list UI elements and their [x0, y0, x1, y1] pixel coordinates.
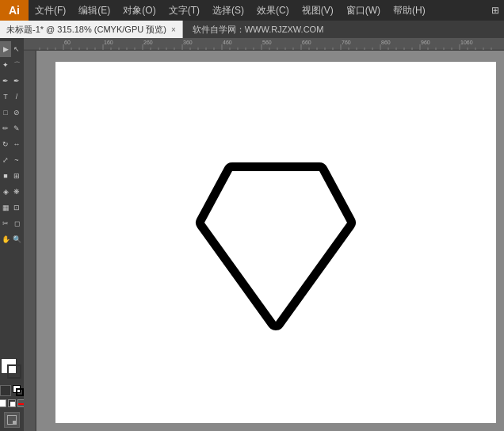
menu-item-o[interactable]: 对象(O) [116, 0, 162, 21]
tool-button-1[interactable]: ↖ [11, 41, 22, 57]
menu-item-w[interactable]: 窗口(W) [340, 0, 387, 21]
tool-row-8: ■⊞ [0, 168, 24, 184]
svg-text:560: 560 [262, 40, 272, 45]
tool-button-23[interactable]: ◻ [11, 216, 22, 231]
tool-button-8[interactable]: □ [0, 105, 11, 120]
tool-button-5[interactable]: ✒ [11, 73, 22, 89]
tool-row-1: ✦⌒ [0, 57, 24, 73]
app-logo: Ai [0, 0, 29, 21]
red-mode-icon[interactable] [17, 399, 24, 407]
ruler-left [24, 51, 36, 431]
svg-text:660: 660 [302, 40, 311, 45]
ruler-top: /* ticks via JS */ 601602603604605606607… [24, 38, 504, 51]
artboard-nav-icon[interactable] [4, 412, 20, 428]
tool-row-12: ✋🔍 [0, 231, 24, 247]
tool-button-14[interactable]: ⤢ [0, 152, 11, 168]
tool-button-20[interactable]: ▦ [0, 200, 11, 216]
top-menu-bar: Ai 文件(F)编辑(E)对象(O)文字(T)选择(S)效果(C)视图(V)窗口… [0, 0, 504, 21]
svg-text:460: 460 [223, 40, 232, 45]
tool-row-4: □⊘ [0, 105, 24, 120]
tool-button-10[interactable]: ✏ [0, 120, 11, 136]
menu-item-t[interactable]: 文字(T) [162, 0, 206, 21]
tool-button-13[interactable]: ↔ [11, 136, 22, 152]
tool-button-7[interactable]: / [11, 89, 22, 105]
ruler-top-svg: /* ticks via JS */ 601602603604605606607… [24, 38, 504, 51]
tool-button-11[interactable]: ✎ [11, 120, 22, 136]
svg-rect-71 [24, 51, 36, 431]
workspace-icon[interactable]: ⊞ [487, 5, 504, 16]
normal-mode-icon[interactable] [0, 399, 6, 407]
diamond-shape [189, 147, 363, 338]
svg-text:260: 260 [143, 40, 153, 45]
swap-icon[interactable] [0, 385, 11, 396]
tool-row-10: ▦⊡ [0, 200, 24, 216]
tool-row-0: ▶↖ [0, 41, 24, 57]
diamond-shape-container [55, 62, 496, 423]
menu-item-f[interactable]: 文件(F) [29, 0, 72, 21]
toolbar: ▶↖✦⌒✒✒T/□⊘✏✎↻↔⤢~■⊞◈❋▦⊡✂◻✋🔍 [0, 38, 24, 431]
menu-bar: 文件(F)编辑(E)对象(O)文字(T)选择(S)效果(C)视图(V)窗口(W)… [29, 0, 504, 21]
tab-bar: 未标题-1* @ 315.18% (CMYK/GPU 预览) × 软件自学网：W… [0, 21, 504, 38]
tool-button-21[interactable]: ⊡ [11, 200, 22, 216]
active-tab[interactable]: 未标题-1* @ 315.18% (CMYK/GPU 预览) × [0, 21, 183, 38]
tool-row-6: ↻↔ [0, 136, 24, 152]
svg-text:860: 860 [381, 40, 391, 45]
canvas-area[interactable]: /* ticks via JS */ 601602603604605606607… [24, 38, 504, 431]
svg-text:960: 960 [421, 40, 430, 45]
menu-item-c[interactable]: 效果(C) [250, 0, 296, 21]
menu-item-v[interactable]: 视图(V) [296, 0, 340, 21]
tool-row-2: ✒✒ [0, 73, 24, 89]
ruler-left-svg [24, 51, 36, 431]
tool-button-2[interactable]: ✦ [0, 57, 11, 73]
tool-button-4[interactable]: ✒ [0, 73, 11, 89]
menu-item-s[interactable]: 选择(S) [206, 0, 250, 21]
tool-button-9[interactable]: ⊘ [11, 105, 22, 120]
tool-row-11: ✂◻ [0, 216, 24, 231]
tool-button-19[interactable]: ❋ [11, 184, 22, 200]
stroke-color-box[interactable] [7, 364, 21, 379]
tool-button-17[interactable]: ⊞ [11, 168, 22, 184]
tool-row-9: ◈❋ [0, 184, 24, 200]
main-area: ▶↖✦⌒✒✒T/□⊘✏✎↻↔⤢~■⊞◈❋▦⊡✂◻✋🔍 [0, 38, 504, 431]
tab-title: 未标题-1* @ 315.18% (CMYK/GPU 预览) [6, 24, 166, 36]
tool-button-25[interactable]: 🔍 [11, 231, 22, 247]
menu-item-e[interactable]: 编辑(E) [72, 0, 116, 21]
tool-button-18[interactable]: ◈ [0, 184, 11, 200]
tool-button-22[interactable]: ✂ [0, 216, 11, 231]
tool-button-15[interactable]: ~ [11, 152, 22, 168]
tool-button-24[interactable]: ✋ [0, 231, 11, 247]
tool-button-0[interactable]: ▶ [0, 41, 11, 57]
canvas-surface[interactable] [55, 62, 496, 423]
tool-row-3: T/ [0, 89, 24, 105]
tool-row-7: ⤢~ [0, 152, 24, 168]
svg-text:760: 760 [342, 40, 351, 45]
color-tools [0, 355, 24, 431]
tool-button-6[interactable]: T [0, 89, 11, 105]
default-colors-icon[interactable] [13, 385, 24, 396]
svg-text:160: 160 [104, 40, 113, 45]
svg-text:360: 360 [183, 40, 193, 45]
tool-button-16[interactable]: ■ [0, 168, 11, 184]
svg-text:60: 60 [64, 40, 71, 45]
fill-stroke-boxes[interactable] [1, 358, 23, 380]
drawing-mode-icon[interactable] [8, 399, 16, 407]
tool-button-3[interactable]: ⌒ [11, 57, 22, 73]
svg-text:1060: 1060 [460, 40, 473, 45]
website-label: 软件自学网：WWW.RJZXW.COM [193, 24, 324, 36]
tool-row-5: ✏✎ [0, 120, 24, 136]
menu-item-h[interactable]: 帮助(H) [387, 0, 432, 21]
tool-button-12[interactable]: ↻ [0, 136, 11, 152]
tab-close-button[interactable]: × [171, 25, 176, 34]
